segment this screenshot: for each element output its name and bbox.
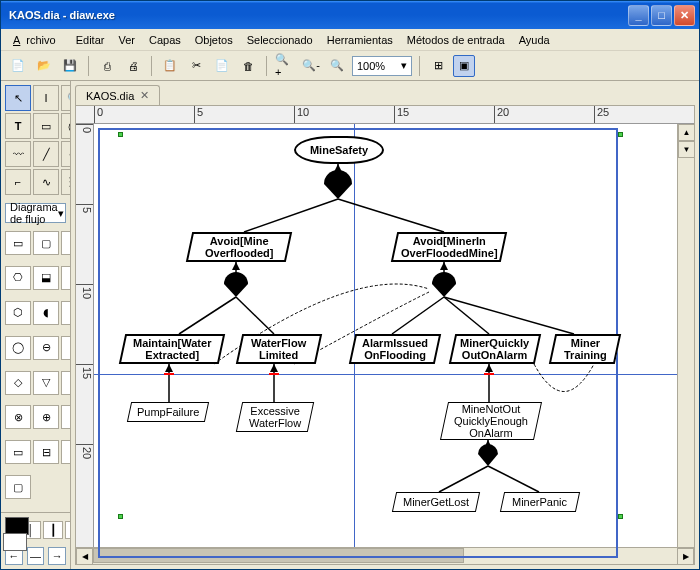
snap-object-button[interactable]: ▣ xyxy=(453,55,475,77)
obstacle-excessive-flow[interactable]: ExcessiveWaterFlow xyxy=(236,402,314,432)
pointer-tool[interactable]: ↖ xyxy=(5,85,31,111)
box-tool[interactable]: ▭ xyxy=(33,113,59,139)
window-title: KAOS.dia - diaw.exe xyxy=(5,9,628,21)
goal-alarm-issued[interactable]: AlarmIssuedOnFlooding xyxy=(349,334,441,364)
goal-root[interactable]: MineSafety xyxy=(294,136,384,164)
shape-sum[interactable]: ⊕ xyxy=(33,405,59,429)
maximize-button[interactable]: □ xyxy=(651,5,672,26)
polyline-tool[interactable]: ⌐ xyxy=(5,169,31,195)
obstacle-pump-failure[interactable]: PumpFailure xyxy=(127,402,209,422)
shape-document[interactable]: ⎔ xyxy=(5,266,31,290)
shape-merge[interactable]: ▽ xyxy=(33,371,59,395)
titlebar: KAOS.dia - diaw.exe _ □ ✕ xyxy=(1,1,699,29)
menu-herramientas[interactable]: Herramientas xyxy=(321,31,399,49)
shape-database[interactable]: ⊖ xyxy=(33,336,59,360)
tool-sidebar: ↖ I 🔍 ✥ T ▭ ◯ ⬠ 〰 ╱ ◠ ⟋ ⌐ ∿ 🖼 ▨ Diagrama… xyxy=(1,81,71,569)
menu-editar[interactable]: Editar xyxy=(70,31,111,49)
shape-box2[interactable]: ▢ xyxy=(5,475,31,499)
cut-button[interactable]: ✂ xyxy=(185,55,207,77)
shape-internal[interactable]: ⊟ xyxy=(33,440,59,464)
obstacle-miner-lost[interactable]: MinerGetLost xyxy=(392,492,480,512)
shape-sort[interactable]: ◇ xyxy=(5,371,31,395)
obstacle-not-out-quickly[interactable]: MineNotOutQuicklyEnoughOnAlarm xyxy=(440,402,542,440)
menu-seleccionado[interactable]: Seleccionado xyxy=(241,31,319,49)
document-tab[interactable]: KAOS.dia ✕ xyxy=(75,85,160,105)
goal-avoid-overflood[interactable]: Avoid[MineOverflooded] xyxy=(186,232,292,262)
shape-predefined[interactable]: ▭ xyxy=(5,440,31,464)
shape-decision[interactable]: ◇ xyxy=(61,231,70,255)
new-file-button[interactable]: 📄 xyxy=(7,55,29,77)
shape-card[interactable]: ◫ xyxy=(61,266,70,290)
magnify-tool[interactable]: 🔍 xyxy=(61,85,71,111)
text-edit-tool[interactable]: I xyxy=(33,85,59,111)
menubar: Archivo Editar Ver Capas Objetos Selecci… xyxy=(1,29,699,51)
main-toolbar: 📄 📂 💾 ⎙ 🖨 📋 ✂ 📄 🗑 🔍+ 🔍- 🔍 100%▾ ⊞ ▣ xyxy=(1,51,699,81)
line-width-2[interactable]: ┃ xyxy=(43,521,63,539)
paste-button[interactable]: 📄 xyxy=(211,55,233,77)
export-button[interactable]: ⎙ xyxy=(96,55,118,77)
open-file-button[interactable]: 📂 xyxy=(33,55,55,77)
shape-palette: ▭ ▢ ◇ ⏢ ⎔ ⬓ ◫ ⬠ ⬡ ◖ ⌓ ▱ ◯ ⊖ ⊜ ○ ◇ ▽ △ ⋈ xyxy=(1,227,70,512)
shape-roundrect[interactable]: ▢ xyxy=(33,231,59,255)
line-tool[interactable]: ╱ xyxy=(33,141,59,167)
line-style-combo[interactable]: — xyxy=(27,547,45,565)
diagram-canvas[interactable]: MineSafety Avoid[MineOverflooded] Avoid[… xyxy=(94,124,677,547)
shape-delay[interactable]: ◗ xyxy=(61,440,70,464)
goal-miner-training[interactable]: MinerTraining xyxy=(549,334,621,364)
close-button[interactable]: ✕ xyxy=(674,5,695,26)
delete-button[interactable]: 🗑 xyxy=(237,55,259,77)
zoom-combo[interactable]: 100%▾ xyxy=(352,56,412,76)
zoom-out-button[interactable]: 🔍- xyxy=(300,55,322,77)
shape-display[interactable]: ◖ xyxy=(33,301,59,325)
minimize-button[interactable]: _ xyxy=(628,5,649,26)
shape-storage[interactable]: ⌓ xyxy=(61,301,70,325)
ruler-vertical: 0510 1520 xyxy=(76,124,94,547)
shape-category-combo[interactable]: Diagrama de flujo▾ xyxy=(5,203,66,223)
background-color[interactable] xyxy=(3,533,27,551)
menu-metodos[interactable]: Métodos de entrada xyxy=(401,31,511,49)
shape-disk[interactable]: ⊜ xyxy=(61,336,70,360)
snap-grid-button[interactable]: ⊞ xyxy=(427,55,449,77)
shape-connector[interactable]: ○ xyxy=(61,405,70,429)
obstacle-miner-panic[interactable]: MinerPanic xyxy=(500,492,580,512)
menu-archivo[interactable]: Archivo xyxy=(7,31,68,49)
shape-tab[interactable]: ⬓ xyxy=(33,266,59,290)
copy-button[interactable]: 📋 xyxy=(159,55,181,77)
save-file-button[interactable]: 💾 xyxy=(59,55,81,77)
shape-terminator[interactable]: ◯ xyxy=(5,336,31,360)
tab-close-icon[interactable]: ✕ xyxy=(140,89,149,102)
goal-miner-quickly-out[interactable]: MinerQuicklyOutOnAlarm xyxy=(449,334,541,364)
arc-tool[interactable]: ◠ xyxy=(61,141,71,167)
shape-or[interactable]: ⊗ xyxy=(5,405,31,429)
zoom-fit-button[interactable]: 🔍 xyxy=(326,55,348,77)
goal-waterflow-limited[interactable]: WaterFlowLimited xyxy=(236,334,322,364)
arrow-end-combo[interactable]: → xyxy=(48,547,66,565)
shape-process[interactable]: ▭ xyxy=(5,231,31,255)
menu-objetos[interactable]: Objetos xyxy=(189,31,239,49)
bezier-tool[interactable]: 〰 xyxy=(5,141,31,167)
goal-maintain-extract[interactable]: Maintain[WaterExtracted] xyxy=(119,334,225,364)
menu-capas[interactable]: Capas xyxy=(143,31,187,49)
print-button[interactable]: 🖨 xyxy=(122,55,144,77)
menu-ayuda[interactable]: Ayuda xyxy=(513,31,556,49)
ellipse-tool[interactable]: ◯ xyxy=(61,113,71,139)
image-tool[interactable]: 🖼 xyxy=(61,169,71,195)
goal-avoid-miner-in[interactable]: Avoid[MinerInOverFloodedMine] xyxy=(391,232,507,262)
menu-ver[interactable]: Ver xyxy=(112,31,141,49)
scrollbar-vertical[interactable]: ▲ ▼ xyxy=(677,124,694,547)
shape-badge[interactable]: ⬡ xyxy=(5,301,31,325)
shape-extract[interactable]: △ xyxy=(61,371,70,395)
text-tool[interactable]: T xyxy=(5,113,31,139)
ruler-horizontal: 0510 152025 xyxy=(76,106,694,124)
zoom-in-button[interactable]: 🔍+ xyxy=(274,55,296,77)
bezierline-tool[interactable]: ∿ xyxy=(33,169,59,195)
